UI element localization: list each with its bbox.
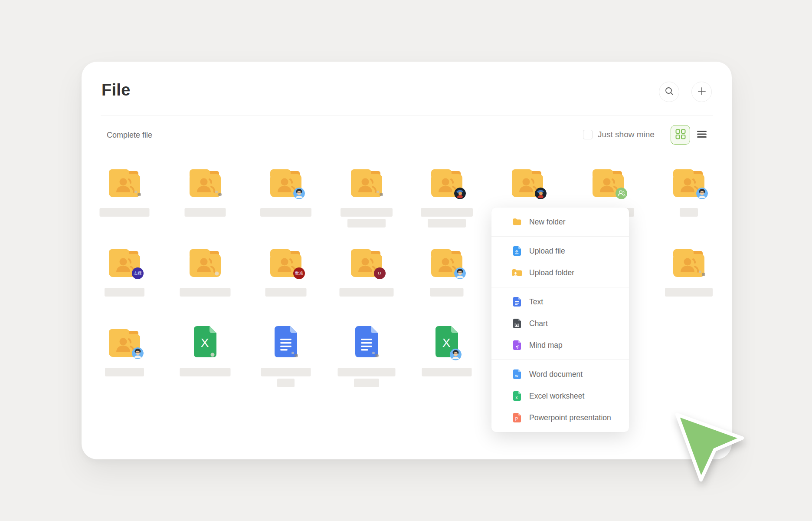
avatar-initials-indigo: 志程 (132, 267, 144, 279)
shared-folder-icon (431, 169, 462, 197)
add-button[interactable] (691, 82, 712, 102)
avatar-photo-moon (374, 188, 386, 199)
grid-view-button[interactable] (671, 125, 690, 145)
page-title: File (102, 81, 131, 99)
menu-section: wWord document xExcel worksheet PPowerpo… (491, 359, 629, 432)
avatar-photo-moon (213, 188, 224, 199)
chart-icon (512, 319, 522, 328)
menu-item-text[interactable]: Text (491, 291, 629, 313)
folder-item[interactable] (84, 166, 165, 246)
folder-item[interactable] (165, 166, 246, 246)
page-background: File Complete file Just show mine (0, 0, 812, 521)
avatar-initials-darkred: 世旭 (293, 267, 305, 279)
folder-item[interactable] (648, 166, 729, 246)
avatar-boy-cap (454, 188, 466, 199)
folder-item[interactable] (407, 246, 488, 326)
file-item[interactable]: X (407, 326, 488, 406)
folder-item[interactable] (648, 246, 729, 326)
search-icon (665, 86, 674, 98)
menu-item-word-document[interactable]: wWord document (491, 363, 629, 385)
svg-text:x: x (516, 395, 518, 400)
shared-folder-icon (593, 169, 624, 197)
excel-file-icon: X (435, 326, 458, 358)
file-item[interactable]: X (165, 326, 246, 406)
shared-folder-icon (109, 169, 140, 197)
avatar-photo-moon (289, 349, 301, 360)
folder-item[interactable]: LI (326, 246, 407, 326)
new-item-context-menu: New folder Upload file Upload folder Tex… (491, 208, 629, 432)
folder-item[interactable]: 世旭 (246, 246, 326, 326)
name-skeleton (261, 368, 311, 376)
menu-item-excel-worksheet[interactable]: xExcel worksheet (491, 385, 629, 407)
avatar-man-blue (450, 349, 462, 360)
menu-section: New folder (491, 208, 629, 236)
list-view-button[interactable] (697, 132, 707, 138)
avatar-group-green (616, 188, 627, 199)
shared-folder-icon: LI (351, 249, 382, 277)
folder-item[interactable] (326, 166, 407, 246)
menu-item-label: Upload folder (529, 268, 574, 277)
just-show-mine-checkbox[interactable] (583, 130, 593, 139)
shared-folder-icon (190, 249, 221, 277)
shared-folder-icon (431, 249, 462, 277)
menu-item-label: Word document (529, 370, 583, 379)
menu-item-label: Upload file (529, 247, 565, 256)
menu-item-new-folder[interactable]: New folder (491, 211, 629, 233)
avatar-photo-moon (370, 349, 381, 360)
folder-item[interactable] (84, 326, 165, 406)
shared-folder-icon (673, 249, 704, 277)
name-skeleton (265, 288, 306, 297)
search-button[interactable] (659, 82, 679, 102)
folder-item[interactable] (407, 166, 488, 246)
just-show-mine-label[interactable]: Just show mine (598, 130, 655, 139)
avatar-initials: LI (378, 271, 381, 275)
folder-item[interactable] (165, 246, 246, 326)
menu-item-powerpoint-presentation[interactable]: PPowerpoint presentation (491, 407, 629, 429)
shared-folder-icon (351, 169, 382, 197)
menu-item-upload-folder[interactable]: Upload folder (491, 262, 629, 284)
menu-item-upload-file[interactable]: Upload file (491, 240, 629, 262)
svg-text:X: X (442, 336, 451, 350)
avatar-photo-moon (132, 188, 144, 199)
menu-item-label: Powerpoint presentation (529, 413, 611, 422)
powerpoint-icon: P (512, 413, 522, 422)
menu-item-label: Mind map (529, 341, 563, 350)
menu-item-mind-map[interactable]: Mind map (491, 334, 629, 356)
name-skeleton (680, 208, 698, 217)
avatar-man-blue (132, 347, 144, 359)
file-app-card: File Complete file Just show mine (82, 62, 732, 459)
plus-icon (697, 87, 706, 97)
file-item[interactable] (326, 326, 407, 406)
folder-item[interactable]: 志程 (84, 246, 165, 326)
shared-folder-icon (673, 169, 704, 197)
name-skeleton (347, 219, 386, 228)
menu-item-chart[interactable]: Chart (491, 313, 629, 334)
menu-section: Upload file Upload folder (491, 236, 629, 287)
menu-item-label: Excel worksheet (529, 392, 584, 401)
mind-map-icon (512, 340, 522, 350)
name-skeleton (260, 208, 311, 217)
name-skeleton (180, 368, 230, 376)
empty-cell (648, 326, 729, 406)
svg-text:X: X (200, 336, 209, 350)
name-skeleton (430, 288, 464, 297)
avatar-man-blue (293, 188, 305, 199)
file-item[interactable] (246, 326, 326, 406)
avatar-photo-cat (208, 349, 220, 360)
upload-folder-icon (512, 268, 522, 277)
name-skeleton (184, 208, 226, 217)
new-folder-icon (512, 217, 522, 227)
shared-folder-icon (512, 169, 543, 197)
name-skeleton (105, 368, 144, 376)
folder-item[interactable] (246, 166, 326, 246)
shared-folder-icon (190, 169, 221, 197)
name-skeleton (337, 368, 395, 376)
name-skeleton (428, 219, 466, 228)
shared-folder-icon (270, 169, 301, 197)
complete-file-label: Complete file (107, 131, 152, 140)
shared-folder-icon: 世旭 (270, 249, 301, 277)
word-icon: w (512, 369, 522, 379)
doc-file-icon (275, 326, 297, 358)
file-grid: 志程 世旭 (84, 166, 729, 406)
avatar-photo-moon (696, 267, 708, 279)
